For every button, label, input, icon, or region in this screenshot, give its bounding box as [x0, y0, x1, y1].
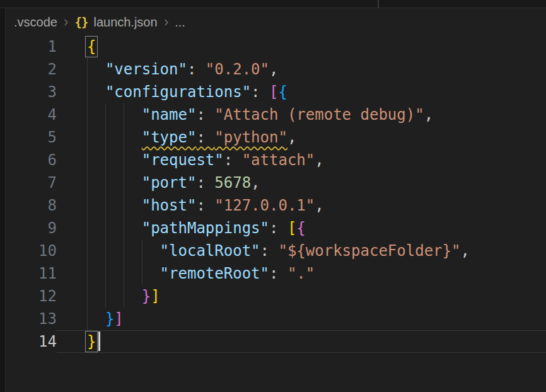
indent-guide — [124, 217, 124, 239]
code-line[interactable]: 14} — [6, 330, 546, 353]
code-token: [ — [269, 83, 278, 101]
indent-guide — [105, 194, 106, 217]
code-token: "version" — [105, 61, 187, 78]
line-number[interactable]: 2 — [6, 58, 57, 81]
indent-guide — [124, 194, 124, 217]
code-line[interactable]: 7 "port": 5678, — [6, 171, 546, 194]
line-content[interactable]: "port": 5678, — [57, 171, 546, 194]
code-line[interactable]: 3 "configurations": [{ — [6, 81, 546, 103]
code-token: , — [315, 197, 323, 214]
line-number[interactable]: 6 — [6, 149, 57, 171]
indent-guide — [124, 239, 124, 262]
line-content[interactable]: "type": "python", — [57, 126, 546, 149]
line-number[interactable]: 3 — [6, 81, 57, 103]
code-token — [87, 219, 142, 237]
code-line[interactable]: 4 "name": "Attach (remote debug)", — [6, 103, 546, 126]
indent-guide — [105, 126, 106, 149]
indent-guide — [87, 217, 88, 239]
line-content[interactable]: } — [57, 330, 546, 353]
code-token: "localRoot" — [160, 242, 260, 260]
tab-divider — [378, 0, 379, 8]
code-token: , — [269, 61, 278, 78]
code-line[interactable]: 5 "type": "python", — [6, 126, 546, 149]
code-token: , — [460, 242, 469, 260]
code-token: : — [269, 219, 288, 237]
line-number[interactable]: 12 — [6, 285, 57, 308]
text-cursor — [98, 331, 100, 351]
line-content[interactable]: "name": "Attach (remote debug)", — [57, 103, 546, 126]
line-number[interactable]: 9 — [6, 217, 57, 239]
code-token: ] — [151, 287, 160, 305]
code-line[interactable]: 10 "localRoot": "${workspaceFolder}", — [6, 239, 546, 262]
code-token — [87, 174, 142, 192]
line-content[interactable]: "request": "attach", — [57, 149, 546, 171]
indent-guide — [87, 239, 88, 262]
code-token — [87, 287, 142, 305]
line-number[interactable]: 10 — [6, 239, 57, 262]
code-token: "127.0.0.1" — [214, 197, 315, 214]
indent-guide — [124, 149, 124, 171]
line-number[interactable]: 11 — [6, 262, 57, 285]
code-token: "0.2.0" — [206, 61, 269, 78]
code-token: "port" — [142, 174, 197, 192]
code-line[interactable]: 9 "pathMappings": [{ — [6, 217, 546, 239]
indent-guide — [105, 171, 106, 194]
line-content[interactable]: "version": "0.2.0", — [57, 58, 546, 81]
code-token: "name" — [142, 106, 197, 124]
line-content[interactable]: "configurations": [{ — [57, 81, 546, 103]
indent-guide — [105, 285, 106, 308]
line-content[interactable]: "remoteRoot": "." — [57, 262, 546, 285]
line-content[interactable]: "host": "127.0.0.1", — [57, 194, 546, 217]
line-number[interactable]: 7 — [6, 171, 57, 194]
code-token: "remoteRoot" — [160, 265, 269, 282]
line-number[interactable]: 5 — [6, 126, 57, 149]
code-line[interactable]: 12 }] — [6, 285, 546, 308]
indent-guide — [124, 103, 124, 126]
line-content[interactable]: }] — [57, 285, 546, 308]
line-number[interactable]: 1 — [6, 35, 57, 58]
code-token: : — [269, 265, 288, 282]
code-token: : — [251, 83, 269, 101]
line-number[interactable]: 4 — [6, 103, 57, 126]
code-line[interactable]: 11 "remoteRoot": "." — [6, 262, 546, 285]
line-number[interactable]: 8 — [6, 194, 57, 217]
code-token: ] — [114, 310, 123, 328]
indent-guide — [124, 126, 124, 149]
breadcrumb-item-file[interactable]: launch.json — [93, 15, 157, 30]
code-line[interactable]: 8 "host": "127.0.0.1", — [6, 194, 546, 217]
code-token: "${workspaceFolder}" — [278, 242, 460, 260]
code-token: "pathMappings" — [142, 219, 269, 237]
code-token: : — [196, 129, 214, 146]
code-line[interactable]: 2 "version": "0.2.0", — [6, 58, 546, 81]
code-token: : — [224, 151, 242, 169]
code-line[interactable]: 1{ — [6, 35, 546, 58]
indent-guide — [105, 217, 106, 239]
code-token: , — [251, 174, 260, 192]
code-token — [87, 129, 142, 146]
breadcrumb-item-symbol[interactable]: ... — [175, 15, 185, 30]
line-content[interactable]: "pathMappings": [{ — [57, 217, 546, 239]
breadcrumb-item-folder[interactable]: .vscode — [14, 15, 57, 30]
code-token: } — [105, 310, 114, 328]
line-content[interactable]: }] — [57, 308, 546, 330]
code-token: [ — [288, 219, 296, 237]
line-content[interactable]: "localRoot": "${workspaceFolder}", — [57, 239, 546, 262]
line-number[interactable]: 14 — [6, 330, 57, 353]
code-line[interactable]: 13 }] — [6, 308, 546, 330]
indent-guide — [87, 126, 88, 149]
line-content[interactable]: { — [57, 35, 546, 58]
code-token: 5678 — [214, 174, 251, 192]
indent-guide — [87, 149, 88, 171]
code-token — [87, 106, 142, 124]
indent-guide — [105, 262, 106, 285]
line-number[interactable]: 13 — [6, 308, 57, 330]
code-area[interactable]: 1{2 "version": "0.2.0",3 "configurations… — [6, 35, 546, 353]
indent-guide — [87, 171, 88, 194]
code-token: } — [142, 287, 151, 305]
indent-guide — [87, 103, 88, 126]
json-symbol-icon: {} — [75, 15, 88, 29]
code-token: : — [196, 174, 214, 192]
code-token: "type" — [142, 129, 197, 146]
code-token — [87, 310, 105, 328]
code-line[interactable]: 6 "request": "attach", — [6, 149, 546, 171]
